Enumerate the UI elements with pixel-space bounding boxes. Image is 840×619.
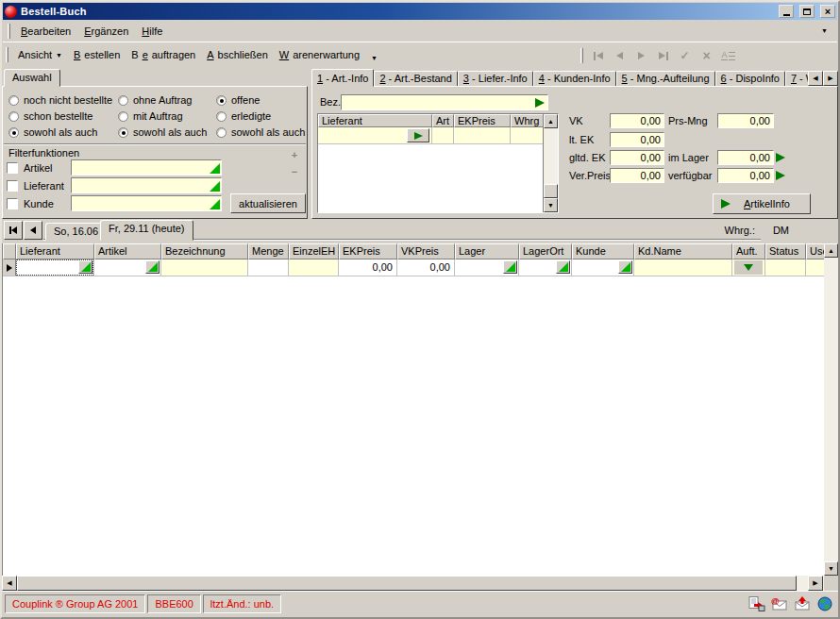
- date-tab-so-1606[interactable]: So, 16.06: [45, 223, 107, 241]
- scroll-down-button[interactable]: [544, 198, 558, 212]
- artikel-lookup-button[interactable]: [145, 260, 160, 274]
- date-prior-button[interactable]: [24, 221, 42, 240]
- im-lager-field[interactable]: 0,00: [717, 150, 774, 165]
- scroll-down-button[interactable]: [824, 561, 838, 576]
- collapse-button[interactable]: −: [289, 166, 300, 176]
- nav-first-button[interactable]: [587, 45, 609, 66]
- tab-scroll-left-button[interactable]: [808, 71, 823, 86]
- col-vkpreis[interactable]: VKPreis: [397, 243, 455, 259]
- globe-icon[interactable]: [815, 594, 835, 612]
- artikelinfo-button[interactable]: ArtikelInfo: [713, 193, 811, 214]
- aktualisieren-button[interactable]: aktualisieren: [230, 193, 306, 213]
- cell-menge[interactable]: [248, 259, 289, 276]
- lieferanten-grid-scrollbar[interactable]: [543, 114, 558, 212]
- tab-art-bestand[interactable]: 2 - Art.-Bestand: [374, 71, 457, 87]
- scrollbar-track[interactable]: [797, 576, 808, 591]
- auft-dropdown-button[interactable]: [734, 260, 763, 275]
- cell-vkpreis[interactable]: 0,00: [397, 259, 455, 276]
- expand-button[interactable]: +: [289, 149, 300, 159]
- tab-scroll-right-button[interactable]: [823, 71, 838, 86]
- radio-ohne-auftrag[interactable]: ohne Auftrag: [118, 94, 192, 106]
- col-whrg[interactable]: Whrg: [511, 114, 545, 127]
- im-lager-go-icon[interactable]: [776, 153, 785, 162]
- mail-send-icon[interactable]: [792, 594, 813, 612]
- radio-noch-nicht-bestellte[interactable]: noch nicht bestellte: [8, 94, 112, 106]
- gltd-ek-field[interactable]: 0,00: [610, 150, 664, 165]
- verfuegbar-go-icon[interactable]: [776, 171, 785, 180]
- cell-ekpreis[interactable]: 0,00: [339, 259, 397, 276]
- radio-status-sowohl-als-auch[interactable]: sowohl als auch: [216, 126, 305, 138]
- menubar-gripper[interactable]: [8, 24, 10, 39]
- toolbar-overflow-icon[interactable]: ▼: [365, 55, 383, 61]
- cell-art[interactable]: [432, 127, 454, 143]
- nav-accept-button[interactable]: ✓: [674, 45, 696, 66]
- col-userid[interactable]: UserID: [806, 243, 825, 259]
- col-ekpreis[interactable]: EKPreis: [454, 114, 511, 127]
- cell-lagerort[interactable]: [519, 259, 572, 276]
- col-einzeleh[interactable]: EinzelEH: [289, 243, 339, 259]
- artikel-filter-input[interactable]: [71, 159, 222, 176]
- ansicht-button[interactable]: Ansicht ▼: [12, 45, 68, 64]
- abschliessen-button[interactable]: Abschließen: [201, 45, 274, 64]
- horizontal-scrollbar[interactable]: [2, 576, 824, 591]
- minimize-button[interactable]: [779, 5, 794, 18]
- cell-lieferant[interactable]: [318, 127, 432, 143]
- radio-offene[interactable]: offene: [216, 94, 260, 106]
- beauftragen-button[interactable]: Beauftragen: [126, 45, 201, 64]
- toolbar-gripper[interactable]: [6, 47, 8, 62]
- tab-mng-aufteilung[interactable]: 5 - Mng.-Aufteilung: [616, 71, 715, 87]
- cell-userid[interactable]: [806, 259, 825, 276]
- verfuegbar-field[interactable]: 0,00: [717, 168, 774, 183]
- col-menge[interactable]: Menge: [248, 243, 289, 259]
- navigator-gripper[interactable]: [580, 48, 583, 63]
- cell-einzeleh[interactable]: [289, 259, 339, 276]
- kunde-checkbox[interactable]: [7, 198, 18, 209]
- nav-next-button[interactable]: [630, 45, 652, 66]
- menubar-overflow-icon[interactable]: ▼: [815, 27, 833, 34]
- nav-cancel-button[interactable]: ×: [696, 45, 717, 66]
- lt-ek-field[interactable]: 0,00: [610, 132, 664, 147]
- radio-auftrag-sowohl-als-auch[interactable]: sowohl als auch: [118, 126, 207, 138]
- cell-artikel[interactable]: [94, 259, 161, 276]
- cell-kdname[interactable]: [634, 259, 732, 276]
- kunde-filter-input[interactable]: [71, 195, 222, 211]
- menu-bearbeiten[interactable]: Bearbeiten: [14, 23, 77, 40]
- maximize-button[interactable]: [799, 5, 815, 18]
- tab-dispoinfo[interactable]: 6 - DispoInfo: [715, 71, 785, 87]
- scrollbar-thumb[interactable]: [17, 576, 797, 591]
- date-tab-fr-2911-heute[interactable]: Fr, 29.11 (heute): [100, 220, 193, 241]
- ver-preis-field[interactable]: 0,00: [610, 168, 664, 183]
- lieferant-checkbox[interactable]: [7, 180, 18, 192]
- nav-last-button[interactable]: [652, 45, 674, 66]
- bez-go-icon[interactable]: [535, 98, 545, 108]
- scroll-up-button[interactable]: [544, 114, 558, 128]
- col-kunde[interactable]: Kunde: [572, 243, 634, 259]
- radio-bestellt-sowohl-als-auch[interactable]: sowohl als auch: [8, 126, 97, 138]
- cell-kunde[interactable]: [572, 259, 634, 276]
- scrollbar-thumb[interactable]: [544, 184, 558, 198]
- col-lager[interactable]: Lager: [455, 243, 519, 259]
- kunde-lookup-button[interactable]: [618, 260, 632, 274]
- artikel-checkbox[interactable]: [7, 162, 18, 174]
- col-artikel[interactable]: Artikel: [94, 243, 161, 259]
- lieferant-lookup-button[interactable]: [407, 128, 429, 142]
- nav-prior-button[interactable]: [609, 45, 630, 66]
- tab-art-info[interactable]: 1 - Art.-Info: [311, 69, 374, 87]
- prs-mng-field[interactable]: 0,00: [717, 113, 774, 128]
- col-art[interactable]: Art: [432, 114, 454, 127]
- warenerwartung-button[interactable]: Warenerwartung: [274, 45, 365, 64]
- cell-lager[interactable]: [455, 259, 519, 276]
- lookup-triangle-icon[interactable]: [210, 181, 220, 192]
- cell-bezeichnung[interactable]: [161, 259, 248, 276]
- menu-ergaenzen[interactable]: Ergänzen: [77, 23, 135, 40]
- scroll-right-button[interactable]: [808, 576, 823, 591]
- tab-auswahl[interactable]: Auswahl: [4, 69, 60, 87]
- tab-liefer-info[interactable]: 3 - Liefer.-Info: [458, 71, 533, 87]
- lieferant-filter-input[interactable]: [71, 177, 222, 193]
- col-bezeichnung[interactable]: Bezeichnung: [161, 243, 248, 259]
- scroll-up-button[interactable]: [824, 243, 838, 258]
- lieferant-lookup-button[interactable]: [78, 260, 92, 274]
- lookup-triangle-icon[interactable]: [210, 163, 220, 174]
- col-auft[interactable]: Auft.: [732, 243, 765, 259]
- bez-input[interactable]: [341, 94, 548, 110]
